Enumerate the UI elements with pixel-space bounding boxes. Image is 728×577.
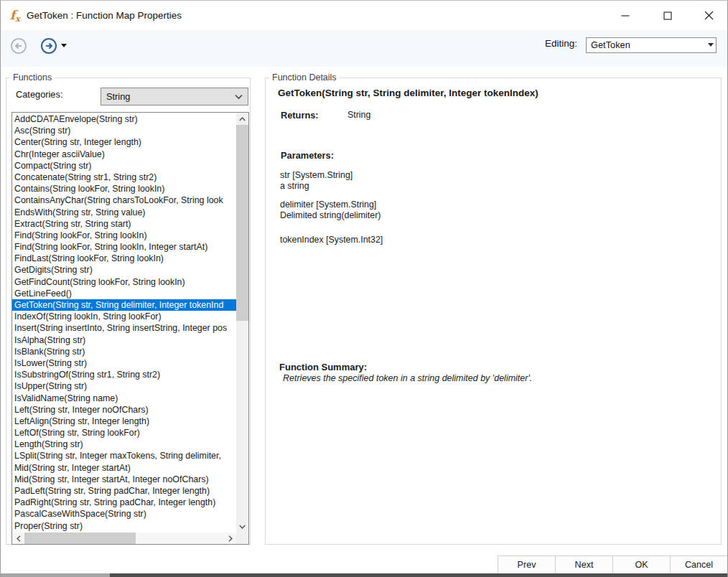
prev-button[interactable]: Prev [498,555,556,574]
list-item[interactable]: PadRight(String str, String padChar, Int… [12,497,236,508]
fx-app-icon: fx [10,7,20,27]
list-item[interactable]: PadLeft(String str, String padChar, Inte… [12,485,236,497]
list-item[interactable]: GetLineFeed() [12,288,236,299]
scroll-left-button[interactable] [12,533,24,544]
parameter-name: str [System.String] [280,170,353,181]
list-item[interactable]: Find(String lookFor, String lookIn) [12,230,236,241]
list-item[interactable]: Center(String str, Integer length) [12,136,236,148]
parameter-block: str [System.String] a string [280,170,353,192]
chevron-down-icon [708,43,714,47]
vertical-scrollbar[interactable] [236,113,248,533]
function-listbox: AddCDATAEnvelope(String str)Asc(String s… [11,112,249,545]
back-button[interactable] [10,37,27,55]
returns-label: Returns: [281,110,319,121]
list-item[interactable]: Chr(Integer asciiValue) [12,149,236,160]
list-item[interactable]: Mid(String str, Integer startAt) [12,462,236,474]
function-details-groupbox-label: Function Details [269,72,340,83]
list-item[interactable]: Compact(String str) [12,160,236,172]
next-button[interactable]: Next [555,555,613,574]
list-item[interactable]: IsAlpha(String str) [12,334,236,346]
list-item[interactable]: IsUpper(String str) [12,380,236,392]
cancel-button[interactable]: Cancel [670,555,728,574]
list-item[interactable]: Extract(String str, String start) [12,218,236,230]
returns-value: String [347,110,370,120]
minimize-button[interactable] [608,1,642,30]
list-item[interactable]: LSplit(String str, Integer maxTokens, St… [12,450,236,461]
editing-combobox-value: GetToken [591,39,630,50]
window-bottom-edge [1,573,727,577]
chevron-down-icon [235,94,243,100]
list-item[interactable]: ContainsAnyChar(String charsToLookFor, S… [12,194,236,206]
list-item[interactable]: IndexOf(String lookIn, String lookFor) [12,311,236,322]
parameter-block: delimiter [System.String] Delimited stri… [280,200,381,221]
list-item[interactable]: Insert(String insertInto, String insertS… [12,322,236,334]
categories-combobox[interactable]: String [101,88,248,105]
functions-groupbox-label: Functions [10,72,55,83]
function-map-properties-window: fx GetToken : Function Map Properties Ed… [0,0,728,577]
list-item[interactable]: Length(String str) [12,438,236,450]
scroll-up-button[interactable] [236,113,248,125]
editing-combobox[interactable]: GetToken [586,37,717,53]
categories-label: Categories: [16,89,62,100]
list-item[interactable]: GetFindCount(String lookFor, String look… [12,276,236,288]
functions-groupbox: Functions Categories: String AddCDATAEnv… [6,78,251,545]
list-item[interactable]: Find(String lookFor, String lookIn, Inte… [12,241,236,253]
list-item[interactable]: GetDigits(String str) [12,264,236,276]
function-signature: GetToken(String str, String delimiter, I… [278,88,538,98]
list-item[interactable]: FindLast(String lookFor, String lookIn) [12,253,236,264]
list-item[interactable]: EndsWith(String str, String value) [12,207,236,218]
forward-dropdown-caret[interactable] [61,44,67,47]
ok-button[interactable]: OK [612,555,671,574]
list-item[interactable]: IsSubstringOf(String str1, String str2) [12,369,236,380]
function-summary-text: Retrieves the specified token in a strin… [283,373,532,383]
list-item[interactable]: Concatenate(String str1, String str2) [12,172,236,183]
parameters-label: Parameters: [281,150,334,161]
list-item[interactable]: Asc(String str) [12,125,236,136]
maximize-button[interactable] [650,1,684,30]
scrollbar-corner [236,533,248,544]
editing-label: Editing: [545,38,577,49]
parameter-desc: Delimited string(delimiter) [280,210,381,221]
forward-button[interactable] [40,37,57,55]
list-item[interactable]: IsValidName(String name) [12,393,236,404]
list-item[interactable]: LeftAlign(String str, Integer length) [12,416,236,427]
horizontal-scrollbar[interactable] [12,533,236,544]
parameter-name: delimiter [System.String] [280,200,381,210]
categories-combobox-value: String [106,91,130,102]
parameter-name: tokenIndex [System.Int32] [280,235,383,245]
list-item[interactable]: Proper(String str) [12,520,236,532]
scroll-down-button[interactable] [236,520,248,533]
close-button[interactable] [692,1,726,30]
list-item[interactable]: IsBlank(String str) [12,346,236,357]
vertical-scrollbar-thumb[interactable] [236,125,248,321]
parameter-block: tokenIndex [System.Int32] [280,235,383,245]
horizontal-scrollbar-thumb[interactable] [24,533,136,544]
list-item[interactable]: IsLower(String str) [12,357,236,369]
list-item[interactable]: AddCDATAEnvelope(String str) [12,113,236,125]
parameter-desc: a string [280,181,353,192]
title-bar: fx GetToken : Function Map Properties [1,1,727,30]
list-item[interactable]: PascalCaseWithSpace(String str) [12,508,236,520]
window-title: GetToken : Function Map Properties [27,1,182,30]
function-summary-label: Function Summary: [279,362,367,372]
list-item[interactable]: Left(String str, Integer noOfChars) [12,404,236,416]
list-item[interactable]: Mid(String str, Integer startAt, Integer… [12,474,236,485]
function-list-items: AddCDATAEnvelope(String str)Asc(String s… [12,113,236,533]
list-item[interactable]: LeftOf(String str, String lookFor) [12,427,236,438]
function-details-groupbox: Function Details GetToken(String str, St… [265,78,722,545]
list-item[interactable]: Contains(String lookFor, String lookIn) [12,183,236,194]
scroll-right-button[interactable] [224,533,236,544]
list-item[interactable]: GetToken(String str, String delimiter, I… [12,299,236,311]
